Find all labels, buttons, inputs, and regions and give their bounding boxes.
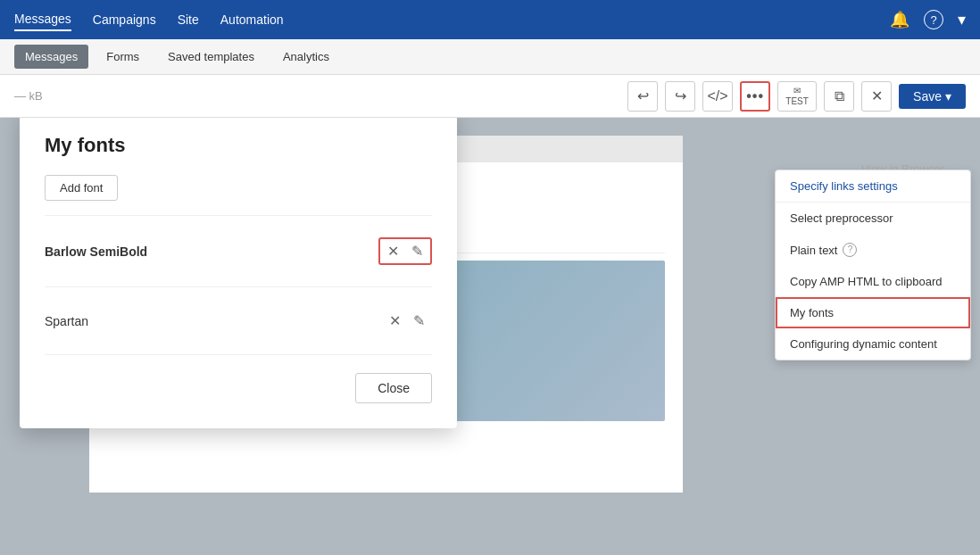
test-button[interactable]: ✉ TEST	[777, 81, 817, 112]
edit-spartan-button[interactable]: ✎	[410, 311, 428, 331]
sub-nav-saved-templates[interactable]: Saved templates	[157, 45, 265, 69]
font-row-spartan: Spartan ✕ ✎	[45, 302, 432, 340]
modal-title: My fonts	[45, 134, 432, 157]
delete-spartan-button[interactable]: ✕	[386, 311, 404, 331]
font-actions-spartan: ✕ ✎	[382, 309, 432, 333]
kb-indicator: — kB	[14, 89, 43, 103]
save-button[interactable]: Save ▾	[899, 84, 966, 109]
nav-item-automation[interactable]: Automation	[220, 9, 284, 30]
font-divider-2	[45, 286, 432, 287]
sub-nav-forms[interactable]: Forms	[96, 45, 150, 69]
sub-navigation: Messages Forms Saved templates Analytics	[0, 39, 980, 75]
save-label: Save	[913, 89, 942, 104]
editor-toolbar: — kB ↩ ↪ </> ••• ✉ TEST ⧉ ✕ Save ▾	[0, 75, 980, 118]
more-options-button[interactable]: •••	[740, 81, 770, 112]
copy-button[interactable]: ⧉	[824, 81, 854, 112]
close-modal-button[interactable]: Close	[355, 373, 432, 403]
help-icon[interactable]: ?	[924, 10, 943, 29]
font-name-spartan: Spartan	[45, 314, 382, 328]
nav-item-campaigns[interactable]: Campaigns	[93, 9, 156, 30]
font-actions-barlow: ✕ ✎	[378, 237, 432, 265]
main-content-area: Preheader of the most exciting promotion…	[0, 118, 980, 555]
close-editor-button[interactable]: ✕	[861, 81, 892, 112]
modal-overlay: My fonts Add font Barlow SemiBold ✕ ✎ Sp…	[0, 118, 980, 555]
font-divider-3	[45, 354, 432, 355]
add-font-button[interactable]: Add font	[45, 175, 118, 201]
edit-barlow-button[interactable]: ✎	[408, 241, 427, 261]
bell-icon[interactable]: 🔔	[890, 10, 909, 29]
nav-item-site[interactable]: Site	[178, 9, 199, 30]
my-fonts-modal: My fonts Add font Barlow SemiBold ✕ ✎ Sp…	[20, 118, 457, 428]
test-envelope-icon: ✉	[793, 86, 801, 95]
top-nav-icons: 🔔 ? ▾	[890, 10, 966, 29]
font-row-barlow: Barlow SemiBold ✕ ✎	[45, 230, 432, 272]
top-navigation: Messages Campaigns Site Automation 🔔 ? ▾	[0, 0, 980, 39]
dropdown-icon[interactable]: ▾	[958, 10, 966, 29]
redo-button[interactable]: ↪	[665, 81, 695, 112]
delete-barlow-button[interactable]: ✕	[384, 241, 403, 261]
test-label: TEST	[785, 96, 809, 106]
font-divider-1	[45, 215, 432, 216]
modal-footer: Close	[45, 373, 432, 403]
sub-nav-messages[interactable]: Messages	[14, 45, 88, 69]
nav-item-messages[interactable]: Messages	[14, 8, 71, 31]
code-button[interactable]: </>	[702, 81, 733, 112]
save-dropdown-icon: ▾	[945, 89, 951, 104]
font-name-barlow: Barlow SemiBold	[45, 244, 378, 259]
sub-nav-analytics[interactable]: Analytics	[272, 45, 340, 69]
undo-button[interactable]: ↩	[627, 81, 658, 112]
